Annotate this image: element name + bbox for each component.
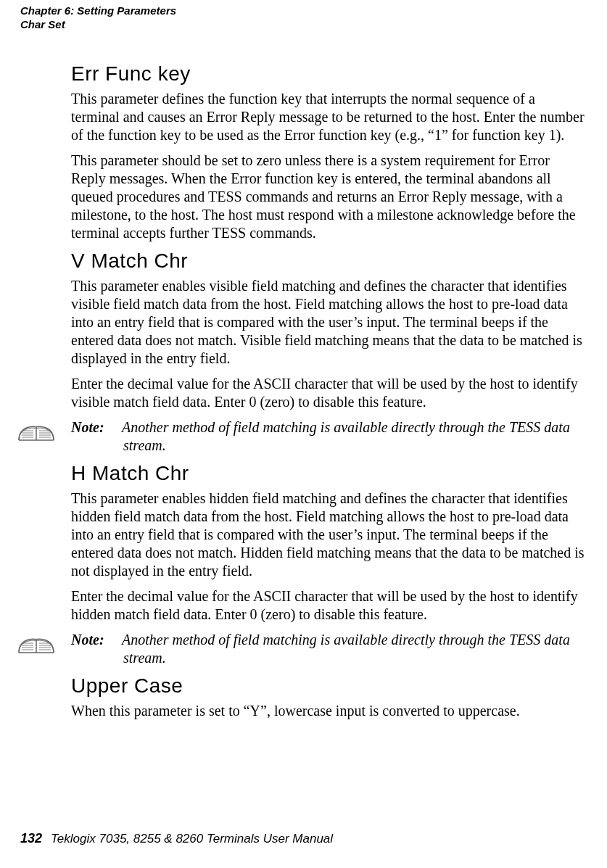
note-label: Note: <box>71 631 122 649</box>
heading-err-func-key: Err Func key <box>71 62 586 86</box>
paragraph: This parameter should be set to zero unl… <box>71 152 586 242</box>
heading-v-match-chr: V Match Chr <box>71 249 586 273</box>
note-text: Note:Another method of field matching is… <box>123 631 586 667</box>
paragraph: This parameter enables hidden field matc… <box>71 489 586 580</box>
page-footer: 132Teklogix 7035, 8255 & 8260 Terminals … <box>20 831 333 846</box>
note-text: Note:Another method of field matching is… <box>123 418 586 455</box>
paragraph: This parameter defines the function key … <box>71 90 586 144</box>
page-number: 132 <box>20 831 42 846</box>
note-body: Another method of field matching is avai… <box>122 419 570 453</box>
open-book-icon <box>17 418 55 445</box>
page-content: Err Func key This parameter defines the … <box>71 62 586 727</box>
section-title: Char Set <box>20 18 176 32</box>
manual-title: Teklogix 7035, 8255 & 8260 Terminals Use… <box>51 832 333 846</box>
note-body: Another method of field matching is avai… <box>122 632 570 666</box>
paragraph: When this parameter is set to “Y”, lower… <box>71 702 586 720</box>
note-block: Note:Another method of field matching is… <box>71 418 586 455</box>
note-block: Note:Another method of field matching is… <box>71 631 586 667</box>
chapter-title: Chapter 6: Setting Parameters <box>20 4 176 18</box>
note-label: Note: <box>71 418 122 437</box>
paragraph: Enter the decimal value for the ASCII ch… <box>71 375 586 411</box>
paragraph: Enter the decimal value for the ASCII ch… <box>71 587 586 624</box>
open-book-icon <box>17 631 55 657</box>
paragraph: This parameter enables visible field mat… <box>71 277 586 368</box>
heading-upper-case: Upper Case <box>71 674 586 698</box>
running-header: Chapter 6: Setting Parameters Char Set <box>20 4 176 32</box>
heading-h-match-chr: H Match Chr <box>71 462 586 485</box>
